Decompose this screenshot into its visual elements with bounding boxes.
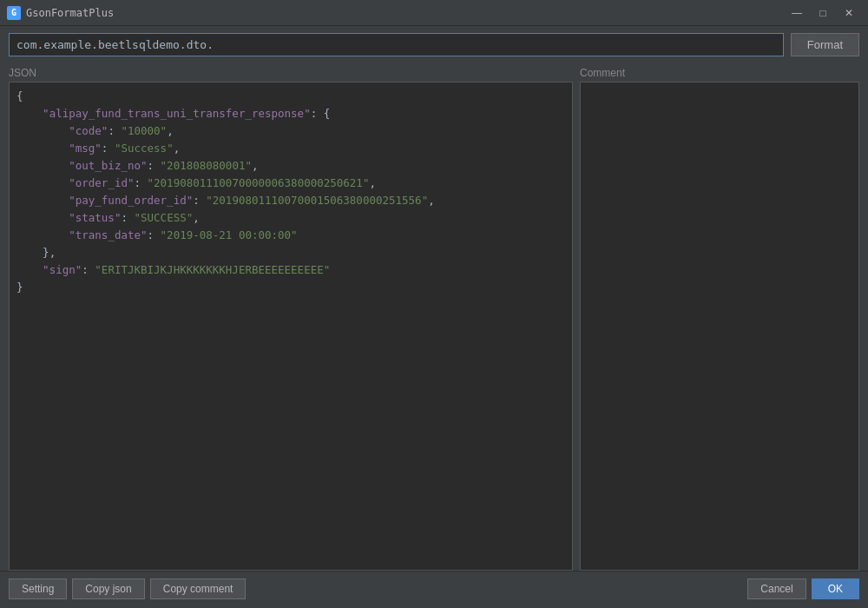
window-controls: — □ ✕ bbox=[785, 3, 861, 23]
cancel-button[interactable]: Cancel bbox=[747, 578, 806, 599]
title-bar: G GsonFormatPlus — □ ✕ bbox=[0, 0, 868, 26]
minimize-button[interactable]: — bbox=[785, 3, 809, 23]
maximize-button[interactable]: □ bbox=[811, 3, 835, 23]
main-content: JSON { "alipay_fund_trans_uni_transfer_r… bbox=[0, 63, 868, 571]
class-input[interactable] bbox=[9, 33, 784, 56]
setting-button[interactable]: Setting bbox=[9, 578, 67, 599]
json-panel-label: JSON bbox=[9, 63, 573, 82]
json-panel: JSON { "alipay_fund_trans_uni_transfer_r… bbox=[9, 63, 573, 571]
app-icon: G bbox=[7, 6, 21, 20]
copy-json-button[interactable]: Copy json bbox=[72, 578, 144, 599]
format-button[interactable]: Format bbox=[791, 33, 859, 56]
comment-panel-label: Comment bbox=[580, 63, 859, 82]
comment-editor[interactable] bbox=[580, 82, 859, 571]
close-button[interactable]: ✕ bbox=[837, 3, 861, 23]
ok-button[interactable]: OK bbox=[812, 578, 859, 599]
top-bar: Format bbox=[0, 26, 868, 63]
copy-comment-button[interactable]: Copy comment bbox=[150, 578, 247, 599]
comment-panel: Comment bbox=[580, 63, 859, 571]
bottom-bar: Setting Copy json Copy comment Cancel OK bbox=[0, 571, 868, 605]
window-title: GsonFormatPlus bbox=[26, 7, 785, 19]
json-editor[interactable]: { "alipay_fund_trans_uni_transfer_respon… bbox=[9, 82, 573, 571]
